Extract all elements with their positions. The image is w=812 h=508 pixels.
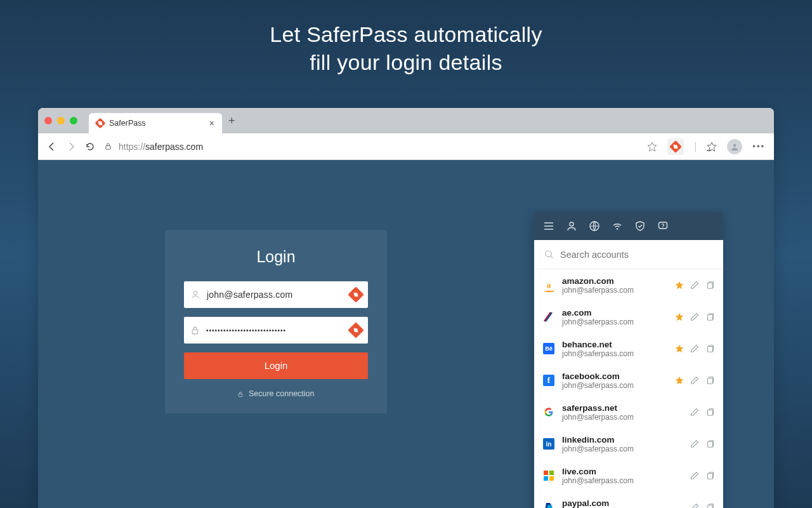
svg-point-6: [570, 222, 573, 226]
more-menu-icon[interactable]: •••: [752, 142, 765, 151]
edit-icon[interactable]: [690, 281, 699, 290]
account-row[interactable]: Bēbehance.netjohn@saferpass.com: [534, 333, 723, 364]
refresh-button[interactable]: [85, 142, 95, 152]
svg-rect-20: [549, 471, 554, 475]
account-user: john@saferpass.com: [562, 413, 683, 422]
facebook-icon: f: [543, 375, 554, 386]
edit-icon[interactable]: [690, 471, 699, 480]
url-text: https://saferpass.com: [119, 142, 203, 152]
copy-icon[interactable]: [705, 503, 714, 508]
svg-rect-22: [549, 476, 554, 481]
account-site: amazon.com: [562, 276, 667, 286]
account-site: live.com: [562, 467, 683, 476]
linkedin-icon: in: [543, 438, 554, 450]
svg-rect-19: [544, 471, 548, 475]
wifi-icon[interactable]: [612, 220, 623, 232]
lock-icon: [104, 142, 112, 150]
svg-rect-14: [708, 315, 713, 321]
copy-icon[interactable]: [705, 376, 714, 385]
google-icon: [543, 406, 554, 418]
svg-rect-0: [106, 146, 110, 150]
forward-button[interactable]: [66, 142, 76, 152]
account-user: john@saferpass.com: [562, 381, 667, 390]
account-site: behance.net: [562, 340, 667, 349]
saferpass-autofill-icon[interactable]: [350, 289, 362, 300]
browser-window: SaferPass × + https://saferpass.com: [38, 108, 774, 508]
saferpass-extension-button[interactable]: [667, 138, 684, 155]
account-row[interactable]: paypal.comjohn@saferpass.com: [534, 491, 723, 508]
account-user: john@saferpass.com: [562, 444, 683, 453]
login-button[interactable]: Login: [184, 352, 368, 379]
copy-icon[interactable]: [705, 439, 714, 448]
svg-rect-24: [708, 505, 713, 509]
svg-rect-5: [239, 394, 243, 396]
email-field[interactable]: john@saferpass.com: [184, 281, 368, 308]
account-row[interactable]: saferpass.netjohn@saferpass.com: [534, 396, 723, 428]
login-title: Login: [184, 248, 368, 266]
minimize-window-icon[interactable]: [57, 117, 65, 124]
account-row[interactable]: ae.comjohn@saferpass.com: [534, 301, 723, 333]
account-row[interactable]: aamazon.comjohn@saferpass.com: [534, 269, 723, 301]
window-controls[interactable]: [44, 117, 77, 124]
account-row[interactable]: inlinkedin.comjohn@saferpass.com: [534, 428, 723, 460]
svg-point-10: [662, 227, 663, 227]
saferpass-autofill-icon[interactable]: [350, 324, 362, 336]
copy-icon[interactable]: [705, 312, 714, 321]
email-value: john@saferpass.com: [207, 290, 350, 300]
star-icon[interactable]: [675, 281, 684, 290]
back-button[interactable]: [47, 142, 57, 152]
edit-icon[interactable]: [690, 344, 699, 353]
tab-title: SaferPass: [109, 119, 146, 128]
account-user: john@saferpass.com: [562, 476, 683, 485]
copy-icon[interactable]: [705, 471, 714, 480]
copy-icon[interactable]: [705, 408, 714, 417]
url-field[interactable]: https://saferpass.com: [104, 142, 638, 152]
globe-icon[interactable]: [589, 220, 600, 232]
svg-rect-13: [708, 283, 713, 289]
amazon-icon: a: [543, 279, 554, 291]
account-site: paypal.com: [562, 498, 683, 508]
accounts-list: aamazon.comjohn@saferpass.comae.comjohn@…: [534, 269, 723, 508]
favorites-icon[interactable]: [707, 142, 717, 152]
bookmark-star-icon[interactable]: [647, 142, 657, 152]
star-icon[interactable]: [675, 344, 684, 353]
account-row[interactable]: ffacebook.comjohn@saferpass.com: [534, 364, 723, 396]
page-content: Login john@saferpass.com •••••••••••••••…: [38, 160, 774, 508]
edit-icon[interactable]: [690, 503, 699, 508]
login-card: Login john@saferpass.com •••••••••••••••…: [165, 230, 387, 413]
paypal-icon: [543, 502, 554, 508]
copy-icon[interactable]: [705, 344, 714, 353]
close-tab-icon[interactable]: ×: [209, 118, 214, 128]
profile-avatar[interactable]: [727, 139, 742, 154]
search-row: [534, 240, 723, 269]
edit-icon[interactable]: [690, 376, 699, 385]
menu-icon[interactable]: [543, 220, 554, 232]
new-tab-button[interactable]: +: [228, 114, 235, 128]
svg-rect-4: [192, 330, 198, 333]
search-input[interactable]: [560, 250, 713, 260]
password-value: ••••••••••••••••••••••••••••: [206, 327, 350, 334]
help-icon[interactable]: [657, 220, 669, 232]
star-icon[interactable]: [675, 312, 684, 321]
close-window-icon[interactable]: [44, 117, 52, 124]
shield-icon[interactable]: [634, 220, 646, 232]
svg-point-3: [193, 291, 197, 295]
ae-icon: [543, 311, 554, 323]
account-user: john@saferpass.com: [562, 318, 667, 326]
edit-icon[interactable]: [690, 312, 699, 321]
address-bar: https://saferpass.com | •••: [38, 133, 774, 160]
password-field[interactable]: ••••••••••••••••••••••••••••: [184, 317, 368, 344]
extension-popup: aamazon.comjohn@saferpass.comae.comjohn@…: [534, 212, 723, 508]
profile-icon[interactable]: [566, 220, 577, 232]
edit-icon[interactable]: [690, 439, 699, 448]
maximize-window-icon[interactable]: [70, 117, 77, 124]
saferpass-icon: [96, 119, 104, 127]
account-user: john@saferpass.com: [562, 286, 667, 295]
edit-icon[interactable]: [690, 408, 699, 417]
browser-tab[interactable]: SaferPass ×: [89, 113, 222, 133]
star-icon[interactable]: [675, 376, 684, 385]
svg-rect-15: [708, 347, 713, 352]
copy-icon[interactable]: [705, 281, 714, 290]
account-site: ae.com: [562, 308, 667, 318]
account-row[interactable]: live.comjohn@saferpass.com: [534, 460, 723, 491]
